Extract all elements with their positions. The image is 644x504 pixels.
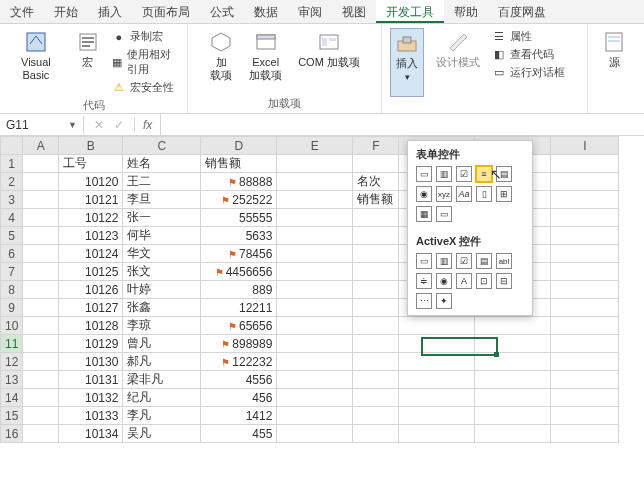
cell[interactable]: 李旦: [123, 191, 201, 209]
cell[interactable]: [23, 245, 59, 263]
com-addins-button[interactable]: COM 加载项: [294, 28, 364, 94]
cell[interactable]: [551, 407, 619, 425]
cell[interactable]: [23, 371, 59, 389]
form-groupbox-icon[interactable]: Aa: [456, 186, 472, 202]
cell[interactable]: [277, 155, 353, 173]
cell[interactable]: 10120: [59, 173, 123, 191]
form-checkbox-icon[interactable]: ☑: [456, 166, 472, 182]
cell[interactable]: 李凡: [123, 407, 201, 425]
cell[interactable]: [475, 353, 551, 371]
cell[interactable]: 郝凡: [123, 353, 201, 371]
cell[interactable]: [23, 335, 59, 353]
cell[interactable]: [551, 263, 619, 281]
cell[interactable]: [353, 209, 399, 227]
ax-scroll-icon[interactable]: ≑: [416, 273, 432, 289]
tab-insert[interactable]: 插入: [88, 0, 132, 23]
cell[interactable]: 姓名: [123, 155, 201, 173]
tab-file[interactable]: 文件: [0, 0, 44, 23]
form-c4-icon[interactable]: ⊞: [496, 186, 512, 202]
cell[interactable]: [23, 155, 59, 173]
cell[interactable]: [551, 191, 619, 209]
cell[interactable]: [399, 425, 475, 443]
cell[interactable]: ⚑898989: [201, 335, 277, 353]
tab-layout[interactable]: 页面布局: [132, 0, 200, 23]
cell[interactable]: [277, 227, 353, 245]
tab-developer[interactable]: 开发工具: [376, 0, 444, 23]
row-header[interactable]: 9: [1, 299, 23, 317]
properties-button[interactable]: ☰属性: [492, 28, 565, 45]
col-header-I[interactable]: I: [551, 137, 619, 155]
ax-spin-icon[interactable]: ⊟: [496, 273, 512, 289]
ax-button-icon[interactable]: ▭: [416, 253, 432, 269]
cell[interactable]: [277, 335, 353, 353]
cell[interactable]: 华文: [123, 245, 201, 263]
cell[interactable]: 455: [201, 425, 277, 443]
cancel-icon[interactable]: ✕: [94, 118, 104, 132]
cell[interactable]: [551, 281, 619, 299]
row-header[interactable]: 10: [1, 317, 23, 335]
cell[interactable]: [277, 299, 353, 317]
cell[interactable]: ⚑4456656: [201, 263, 277, 281]
ax-opt-icon[interactable]: ◉: [436, 273, 452, 289]
insert-control-button[interactable]: 插入▾: [390, 28, 424, 97]
ax-combo-icon[interactable]: ▥: [436, 253, 452, 269]
cell[interactable]: [551, 173, 619, 191]
cell[interactable]: [551, 209, 619, 227]
row-header[interactable]: 11: [1, 335, 23, 353]
tab-review[interactable]: 审阅: [288, 0, 332, 23]
cell[interactable]: [475, 317, 551, 335]
cell[interactable]: [353, 371, 399, 389]
form-spinner-icon[interactable]: ≡: [476, 166, 492, 182]
form-c6-icon[interactable]: ▭: [436, 206, 452, 222]
cell[interactable]: 10133: [59, 407, 123, 425]
fx-icon[interactable]: fx: [134, 118, 160, 132]
cell[interactable]: 销售额: [353, 191, 399, 209]
col-header-B[interactable]: B: [59, 137, 123, 155]
row-header[interactable]: 2: [1, 173, 23, 191]
cell[interactable]: 李琼: [123, 317, 201, 335]
cell[interactable]: [353, 425, 399, 443]
cell[interactable]: [23, 389, 59, 407]
cell[interactable]: 曾凡: [123, 335, 201, 353]
form-combo-icon[interactable]: ▥: [436, 166, 452, 182]
cell[interactable]: 1412: [201, 407, 277, 425]
cell[interactable]: 叶婷: [123, 281, 201, 299]
cell[interactable]: 张文: [123, 263, 201, 281]
cell[interactable]: [475, 371, 551, 389]
cell[interactable]: [353, 317, 399, 335]
cell[interactable]: [277, 245, 353, 263]
cell[interactable]: [277, 353, 353, 371]
cell[interactable]: [353, 155, 399, 173]
ax-text-icon[interactable]: abl: [496, 253, 512, 269]
ax-more-icon[interactable]: ⋯: [416, 293, 432, 309]
col-header-D[interactable]: D: [201, 137, 277, 155]
cell[interactable]: [277, 209, 353, 227]
ax-checkbox-icon[interactable]: ☑: [456, 253, 472, 269]
cell[interactable]: [399, 335, 475, 353]
cell[interactable]: [551, 245, 619, 263]
cell[interactable]: 10123: [59, 227, 123, 245]
cell[interactable]: [277, 389, 353, 407]
row-header[interactable]: 1: [1, 155, 23, 173]
view-code-button[interactable]: ◧查看代码: [492, 46, 565, 63]
cell[interactable]: [399, 371, 475, 389]
cell[interactable]: 10125: [59, 263, 123, 281]
cell[interactable]: [353, 227, 399, 245]
row-header[interactable]: 15: [1, 407, 23, 425]
cell[interactable]: [353, 335, 399, 353]
design-mode-button[interactable]: 设计模式: [432, 28, 484, 97]
cell[interactable]: [353, 407, 399, 425]
record-macro-button[interactable]: ●录制宏: [112, 28, 179, 45]
cell[interactable]: 10129: [59, 335, 123, 353]
cell[interactable]: [353, 353, 399, 371]
cell[interactable]: [399, 317, 475, 335]
ax-image-icon[interactable]: ⊡: [476, 273, 492, 289]
cell[interactable]: 10130: [59, 353, 123, 371]
visual-basic-button[interactable]: Visual Basic: [8, 28, 64, 96]
cell[interactable]: [551, 389, 619, 407]
cell[interactable]: 梁非凡: [123, 371, 201, 389]
form-option-icon[interactable]: ◉: [416, 186, 432, 202]
cell[interactable]: 名次: [353, 173, 399, 191]
cell[interactable]: 55555: [201, 209, 277, 227]
cell[interactable]: 10121: [59, 191, 123, 209]
